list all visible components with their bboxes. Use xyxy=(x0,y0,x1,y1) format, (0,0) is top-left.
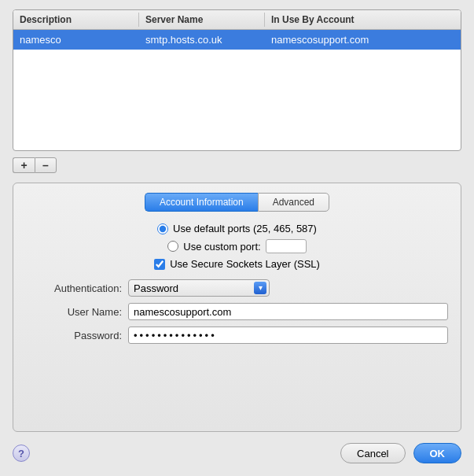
tab-advanced[interactable]: Advanced xyxy=(258,193,329,212)
ssl-checkbox[interactable] xyxy=(154,259,165,270)
table-header: Description Server Name In Use By Accoun… xyxy=(13,10,461,30)
authentication-row: Authentication: Password MD5 Challenge-R… xyxy=(26,279,448,297)
remove-server-button[interactable]: – xyxy=(35,157,57,173)
authentication-select[interactable]: Password MD5 Challenge-Response NTLM Ker… xyxy=(128,279,270,297)
password-input[interactable] xyxy=(128,327,448,344)
col-in-use: In Use By Account xyxy=(265,13,461,27)
smtp-server-table: Description Server Name In Use By Accoun… xyxy=(13,9,461,151)
custom-port-radio[interactable] xyxy=(167,241,178,252)
username-label: User Name: xyxy=(26,306,128,318)
port-options: Use default ports (25, 465, 587) Use cus… xyxy=(26,223,448,270)
table-toolbar: + – xyxy=(13,157,461,173)
account-form: Authentication: Password MD5 Challenge-R… xyxy=(26,279,448,344)
cancel-button[interactable]: Cancel xyxy=(340,443,405,463)
username-input[interactable] xyxy=(128,303,448,320)
table-row[interactable]: namesco smtp.hosts.co.uk namescosupport.… xyxy=(13,30,461,50)
cell-description: namesco xyxy=(13,32,139,47)
username-control xyxy=(128,303,448,320)
password-row: Password: xyxy=(26,327,448,344)
default-ports-label: Use default ports (25, 465, 587) xyxy=(173,223,317,234)
dialog-buttons: Cancel OK xyxy=(340,443,461,463)
ssl-label: Use Secure Sockets Layer (SSL) xyxy=(170,258,320,270)
authentication-select-wrapper: Password MD5 Challenge-Response NTLM Ker… xyxy=(128,279,270,297)
bottom-bar: ? Cancel OK xyxy=(13,443,461,463)
cell-server-name: smtp.hosts.co.uk xyxy=(139,32,265,47)
ssl-row: Use Secure Sockets Layer (SSL) xyxy=(154,258,320,270)
ok-button[interactable]: OK xyxy=(413,443,462,463)
default-ports-radio[interactable] xyxy=(157,223,168,234)
panel-tabs: Account Information Advanced xyxy=(26,193,448,212)
tab-account-information[interactable]: Account Information xyxy=(145,193,258,212)
add-server-button[interactable]: + xyxy=(13,157,35,173)
dialog: Description Server Name In Use By Accoun… xyxy=(0,0,474,476)
cell-in-use: namescosupport.com xyxy=(265,32,461,47)
col-server-name: Server Name xyxy=(139,13,265,27)
col-description: Description xyxy=(13,13,139,27)
custom-port-input[interactable] xyxy=(266,239,307,253)
username-row: User Name: xyxy=(26,303,448,320)
custom-port-row: Use custom port: xyxy=(167,239,306,253)
password-control xyxy=(128,327,448,344)
settings-panel: Account Information Advanced Use default… xyxy=(13,183,461,432)
help-button[interactable]: ? xyxy=(13,445,30,462)
authentication-control: Password MD5 Challenge-Response NTLM Ker… xyxy=(128,279,448,297)
custom-port-label: Use custom port: xyxy=(183,241,260,253)
default-ports-row: Use default ports (25, 465, 587) xyxy=(157,223,317,234)
authentication-label: Authentication: xyxy=(26,282,128,294)
table-body: namesco smtp.hosts.co.uk namescosupport.… xyxy=(13,30,461,148)
password-label: Password: xyxy=(26,330,128,341)
